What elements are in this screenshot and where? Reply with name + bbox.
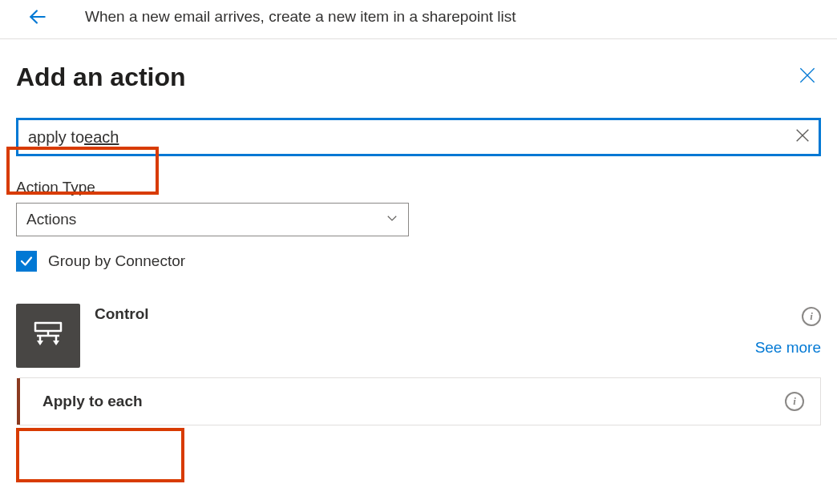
panel-title: Add an action [16,62,186,92]
svg-rect-5 [35,323,61,331]
search-text-part1: apply to [28,128,84,147]
info-icon[interactable]: i [785,392,804,411]
group-by-connector-row: Group by Connector [16,251,821,272]
group-by-label: Group by Connector [48,252,185,270]
connector-name: Control [95,305,149,323]
action-type-select-wrap: Actions [16,203,409,236]
search-input[interactable]: apply to each [16,118,821,156]
action-item-apply-to-each[interactable]: Apply to each i [19,377,821,425]
search-text-part2: each [84,128,119,147]
clear-search-icon[interactable] [794,127,811,147]
back-arrow-icon[interactable] [27,6,48,27]
annotation-highlight-action [16,428,184,482]
close-icon[interactable] [794,62,821,92]
group-by-checkbox[interactable] [16,251,37,272]
see-more-link[interactable]: See more [755,339,821,357]
header-bar: When a new email arrives, create a new i… [0,0,837,39]
connector-right-stack: i See more [755,307,821,357]
panel-header: Add an action [16,62,821,92]
search-wrap: apply to each [16,118,821,156]
action-type-selected: Actions [26,211,76,228]
flow-title: When a new email arrives, create a new i… [85,8,516,26]
action-item-label: Apply to each [42,393,143,410]
action-type-select[interactable]: Actions [16,203,409,236]
connector-row-control: Control i See more [16,304,821,368]
chevron-down-icon [385,211,399,228]
info-icon[interactable]: i [802,307,821,326]
action-type-label: Action Type [16,179,821,196]
control-connector-icon[interactable] [16,304,80,368]
add-action-panel: Add an action apply to each Action Type … [0,39,837,425]
